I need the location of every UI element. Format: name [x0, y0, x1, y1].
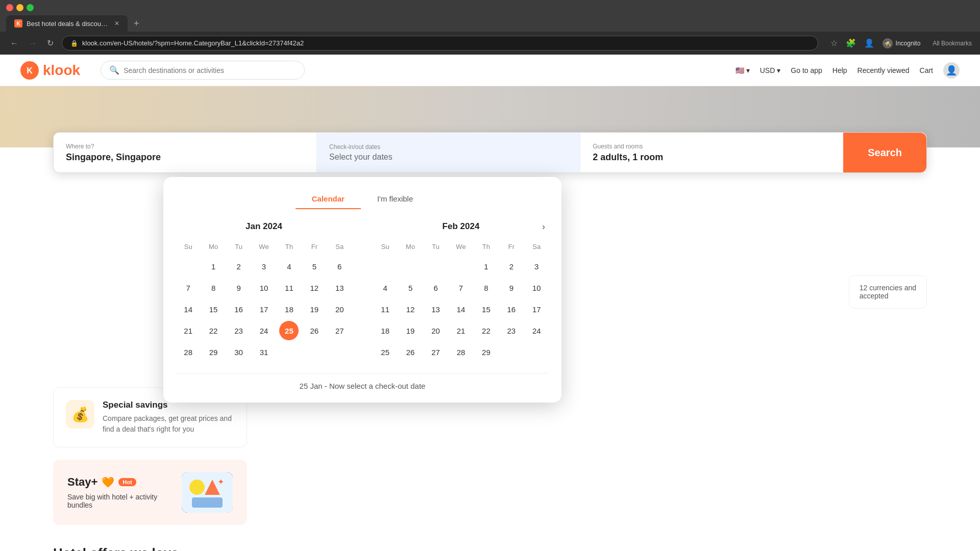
jan-day-11[interactable]: 11: [279, 278, 299, 297]
jan-day-19[interactable]: 19: [305, 299, 324, 319]
jan-day-29[interactable]: 29: [204, 342, 223, 362]
feb-day-28[interactable]: 28: [451, 342, 471, 362]
jan-day-25-selected[interactable]: 25: [279, 321, 299, 340]
jan-day-24[interactable]: 24: [254, 321, 274, 340]
feb-day-4[interactable]: 4: [376, 278, 395, 297]
feb-empty-4: [451, 257, 471, 276]
jan-day-10[interactable]: 10: [254, 278, 274, 297]
browser-forward-button[interactable]: →: [27, 37, 39, 50]
feb-day-16[interactable]: 16: [502, 299, 521, 319]
jan-day-2[interactable]: 2: [229, 257, 249, 276]
tab-close-icon[interactable]: ✕: [114, 20, 119, 27]
search-button[interactable]: Search: [843, 133, 926, 172]
feb-day-3[interactable]: 3: [527, 257, 546, 276]
jan-day-3[interactable]: 3: [254, 257, 274, 276]
guests-field[interactable]: Guests and rooms 2 adults, 1 room: [580, 133, 843, 172]
feb-day-29[interactable]: 29: [476, 342, 496, 362]
browser-close-button[interactable]: [6, 4, 13, 11]
browser-back-button[interactable]: ←: [8, 37, 20, 50]
jan-day-17[interactable]: 17: [254, 299, 274, 319]
stay-plus-card[interactable]: Stay+ 🧡 Hot Save big with hotel + activi…: [53, 460, 247, 525]
calendar-footer: 25 Jan - Now select a check-out date: [176, 373, 549, 390]
profile-icon[interactable]: 👤: [864, 38, 874, 48]
february-calendar: Feb 2024 › Su Mo Tu We Th Fr Sa: [373, 221, 549, 363]
feb-day-9[interactable]: 9: [502, 278, 521, 297]
currency-selector[interactable]: USD ▾: [760, 66, 781, 74]
feb-day-10[interactable]: 10: [527, 278, 546, 297]
jan-day-12[interactable]: 12: [305, 278, 324, 297]
checkin-field[interactable]: Check-in/out dates Select your dates: [317, 133, 580, 172]
recently-viewed-link[interactable]: Recently viewed: [857, 66, 910, 74]
jan-day-1[interactable]: 1: [204, 257, 223, 276]
calendar-next-button[interactable]: ›: [538, 219, 549, 234]
feb-day-14[interactable]: 14: [451, 299, 471, 319]
jan-day-13[interactable]: 13: [330, 278, 349, 297]
tab-flexible[interactable]: I'm flexible: [361, 189, 429, 209]
browser-refresh-button[interactable]: ↻: [45, 36, 56, 50]
feb-day-19[interactable]: 19: [401, 321, 420, 340]
jan-day-8[interactable]: 8: [204, 278, 223, 297]
jan-day-5[interactable]: 5: [305, 257, 324, 276]
feb-day-13[interactable]: 13: [426, 299, 446, 319]
stay-description: Save big with hotel + activity bundles: [67, 493, 174, 509]
feb-day-11[interactable]: 11: [376, 299, 395, 319]
feb-day-1[interactable]: 1: [476, 257, 496, 276]
jan-day-14[interactable]: 14: [179, 299, 198, 319]
all-bookmarks-link[interactable]: All Bookmarks: [933, 40, 972, 47]
feb-day-15[interactable]: 15: [476, 299, 496, 319]
feb-day-7[interactable]: 7: [451, 278, 471, 297]
jan-day-20[interactable]: 20: [330, 299, 349, 319]
jan-day-16[interactable]: 16: [229, 299, 249, 319]
jan-day-6[interactable]: 6: [330, 257, 349, 276]
feb-day-18[interactable]: 18: [376, 321, 395, 340]
feb-day-6[interactable]: 6: [426, 278, 446, 297]
jan-day-4[interactable]: 4: [279, 257, 299, 276]
bookmark-icon[interactable]: ☆: [830, 38, 838, 48]
jan-day-30[interactable]: 30: [229, 342, 249, 362]
feb-day-25[interactable]: 25: [376, 342, 395, 362]
feb-day-23[interactable]: 23: [502, 321, 521, 340]
help-link[interactable]: Help: [832, 66, 847, 74]
feb-day-21[interactable]: 21: [451, 321, 471, 340]
feb-day-8[interactable]: 8: [476, 278, 496, 297]
jan-day-21[interactable]: 21: [179, 321, 198, 340]
browser-tab-active[interactable]: K Best hotel deals & discounts - ✕: [6, 15, 128, 32]
jan-day-15[interactable]: 15: [204, 299, 223, 319]
incognito-icon: 🕵: [883, 38, 893, 48]
jan-day-26[interactable]: 26: [305, 321, 324, 340]
feb-day-22[interactable]: 22: [476, 321, 496, 340]
where-to-field[interactable]: Where to? Singapore, Singapore: [54, 133, 317, 172]
klook-logo[interactable]: K klook: [20, 61, 80, 80]
jan-day-27[interactable]: 27: [330, 321, 349, 340]
new-tab-button[interactable]: +: [130, 16, 143, 31]
jan-day-9[interactable]: 9: [229, 278, 249, 297]
browser-min-button[interactable]: [16, 4, 23, 11]
cart-link[interactable]: Cart: [920, 66, 933, 74]
feb-day-26[interactable]: 26: [401, 342, 420, 362]
header-search-input[interactable]: [124, 66, 296, 74]
language-selector[interactable]: 🇺🇸 ▾: [736, 66, 750, 74]
feb-day-20[interactable]: 20: [426, 321, 446, 340]
jan-day-18[interactable]: 18: [279, 299, 299, 319]
tab-calendar[interactable]: Calendar: [296, 189, 361, 209]
jan-day-7[interactable]: 7: [179, 278, 198, 297]
header-search-box[interactable]: 🔍: [101, 61, 305, 80]
go-to-app-link[interactable]: Go to app: [791, 66, 822, 74]
jan-day-22[interactable]: 22: [204, 321, 223, 340]
feb-day-5[interactable]: 5: [401, 278, 420, 297]
jan-day-31[interactable]: 31: [254, 342, 274, 362]
feb-empty-5: [502, 342, 521, 362]
jan-day-28[interactable]: 28: [179, 342, 198, 362]
url-text: klook.com/en-US/hotels/?spm=Home.Categor…: [82, 39, 304, 47]
feb-day-27[interactable]: 27: [426, 342, 446, 362]
browser-max-button[interactable]: [27, 4, 34, 11]
jan-day-23[interactable]: 23: [229, 321, 249, 340]
url-bar[interactable]: 🔒 klook.com/en-US/hotels/?spm=Home.Categ…: [62, 36, 818, 51]
feb-day-24[interactable]: 24: [527, 321, 546, 340]
extension-icon[interactable]: 🧩: [846, 38, 856, 48]
feb-day-17[interactable]: 17: [527, 299, 546, 319]
user-avatar[interactable]: 👤: [943, 62, 960, 79]
feb-day-12[interactable]: 12: [401, 299, 420, 319]
feb-day-2[interactable]: 2: [502, 257, 521, 276]
hotel-offers-title: Hotel offers we love: [53, 545, 927, 551]
